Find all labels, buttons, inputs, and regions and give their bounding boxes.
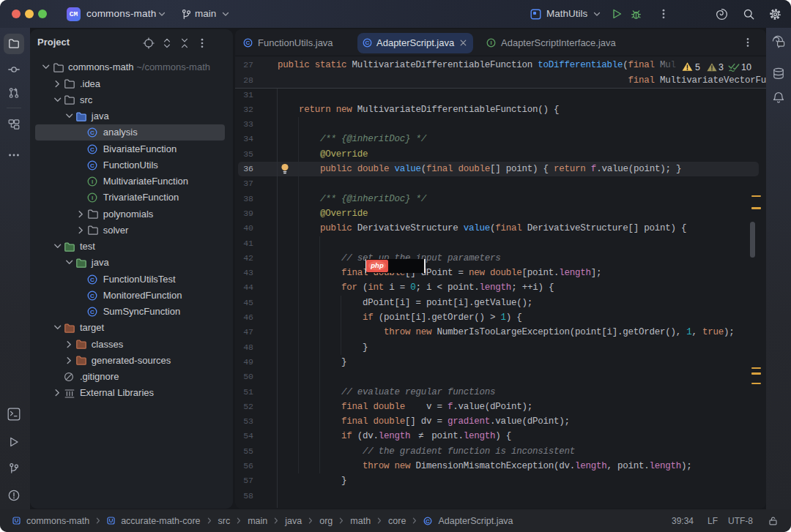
svg-text:I: I: [92, 195, 93, 201]
svg-text:C: C: [90, 146, 94, 152]
svg-text:C: C: [365, 40, 370, 46]
svg-text:C: C: [90, 309, 94, 315]
svg-text:I: I: [92, 179, 93, 185]
svg-text:C: C: [90, 276, 94, 282]
svg-text:php: php: [370, 262, 384, 270]
svg-text:C: C: [426, 517, 431, 524]
svg-text:C: C: [90, 130, 94, 136]
svg-text:C: C: [90, 162, 94, 169]
svg-text:C: C: [246, 40, 250, 46]
svg-text:C: C: [90, 293, 94, 299]
svg-text:I: I: [490, 40, 491, 46]
